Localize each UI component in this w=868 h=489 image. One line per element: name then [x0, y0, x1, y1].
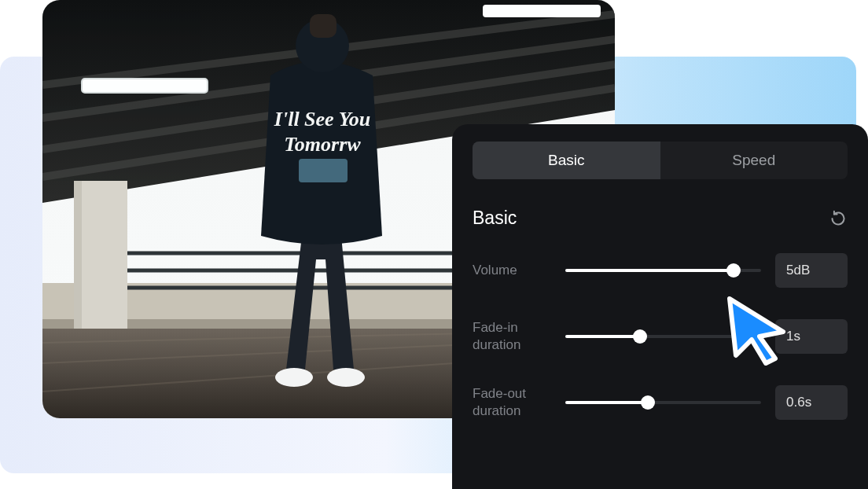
reset-icon [829, 209, 848, 228]
svg-rect-10 [74, 181, 127, 329]
fade-in-slider-thumb[interactable] [633, 329, 647, 344]
hoodie-text-line1: I'll See You [274, 108, 370, 131]
svg-rect-7 [483, 5, 601, 17]
volume-slider-thumb[interactable] [726, 263, 741, 278]
volume-slider[interactable] [565, 262, 761, 279]
hoodie-text-line2: Tomorrw [284, 133, 361, 156]
reset-button[interactable] [829, 209, 848, 228]
fade-in-row: Fade-in duration 1s [473, 312, 848, 361]
fade-out-label: Fade-out duration [473, 385, 565, 420]
svg-point-21 [327, 368, 365, 387]
svg-rect-5 [82, 79, 208, 93]
volume-value[interactable]: 5dB [775, 253, 848, 288]
volume-label: Volume [473, 262, 565, 279]
svg-rect-11 [74, 181, 82, 329]
audio-properties-panel: Basic Speed Basic Volume 5dB Fad [452, 124, 868, 489]
tab-speed[interactable]: Speed [660, 142, 848, 179]
volume-row: Volume 5dB [473, 246, 848, 295]
fade-out-slider[interactable] [565, 394, 761, 411]
fade-in-slider[interactable] [565, 328, 761, 345]
svg-rect-22 [299, 159, 348, 182]
fade-out-value[interactable]: 0.6s [775, 385, 848, 420]
svg-rect-19 [310, 14, 337, 38]
fade-in-label: Fade-in duration [473, 319, 565, 354]
fade-out-slider-thumb[interactable] [641, 395, 655, 410]
panel-tabs: Basic Speed [473, 142, 848, 179]
fade-out-row: Fade-out duration 0.6s [473, 378, 848, 427]
tab-basic[interactable]: Basic [473, 142, 660, 179]
section-title: Basic [473, 208, 517, 229]
fade-in-value[interactable]: 1s [775, 319, 848, 354]
svg-point-20 [275, 368, 313, 387]
